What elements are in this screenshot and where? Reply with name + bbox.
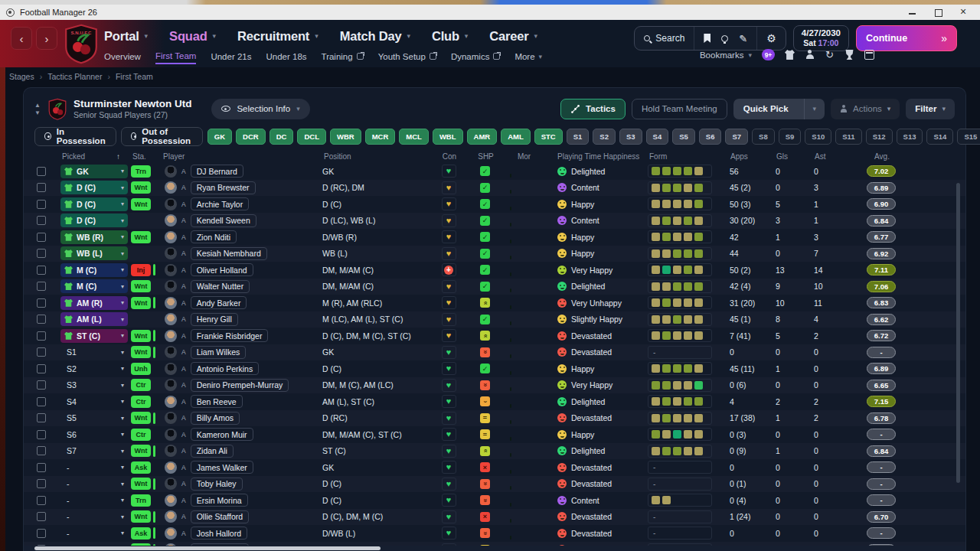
tab-youth-setup[interactable]: Youth Setup [378, 52, 436, 64]
column-header-position[interactable]: Position [322, 152, 433, 161]
squad-kit-icon[interactable] [785, 50, 795, 60]
row-checkbox[interactable] [37, 233, 46, 242]
table-row[interactable]: GK▾TrnADJ BernardGK♥✓Delighted56007.02 [24, 163, 965, 180]
row-checkbox[interactable] [37, 282, 46, 291]
menu-career[interactable]: Career▾ [489, 29, 537, 44]
sub-slot-button-s7[interactable]: S7 [725, 129, 748, 145]
game-date[interactable]: 4/27/2030 Sat 17:00 [793, 25, 849, 51]
player-name[interactable]: Antonio Perkins [191, 362, 260, 375]
breadcrumb-item[interactable]: First Team [116, 72, 153, 81]
row-checkbox[interactable] [37, 200, 46, 209]
row-checkbox[interactable] [37, 413, 46, 422]
position-button-wbl[interactable]: WBL [433, 129, 463, 145]
table-row[interactable]: M (C)▾WntAWalter NutterDM, M/AM (C)♥✓Del… [24, 279, 965, 295]
picked-position-dropdown[interactable]: S2▾ [60, 364, 128, 373]
sync-icon[interactable]: ↻ [825, 50, 835, 60]
position-button-mcr[interactable]: MCR [365, 129, 396, 145]
position-button-amr[interactable]: AMR [467, 129, 498, 145]
row-checkbox[interactable] [37, 298, 46, 308]
status-badge[interactable]: Wnt [131, 478, 151, 490]
column-header-form[interactable]: Form [648, 152, 720, 161]
table-row[interactable]: ST (C)▾WntAFrankie RisbridgerD (C), DM, … [24, 328, 965, 344]
player-name[interactable]: Kameron Muir [191, 428, 253, 441]
status-badge[interactable]: Trn [131, 494, 151, 507]
row-checkbox[interactable] [37, 479, 46, 488]
column-header-gls[interactable]: Gls [766, 152, 805, 161]
sub-slot-button-s13[interactable]: S13 [897, 129, 923, 145]
status-badge[interactable]: Wnt [131, 510, 151, 523]
sub-slot-button-s14[interactable]: S14 [926, 129, 953, 145]
picked-position-dropdown[interactable]: -▾ [60, 463, 128, 472]
player-name[interactable]: Liam Wilkes [191, 346, 247, 359]
club-crest[interactable]: S.N.U.F.C [64, 23, 98, 64]
picked-position-dropdown[interactable]: S5▾ [60, 413, 128, 422]
menu-match-day[interactable]: Match Day▾ [340, 29, 410, 44]
picked-position-dropdown[interactable]: M (C)▾ [60, 279, 128, 293]
status-badge[interactable]: Wnt [131, 198, 151, 210]
table-row[interactable]: M (C)▾InjAOliver HollandDM, M/AM (C)+✓Ve… [24, 262, 965, 279]
menu-squad[interactable]: Squad▾ [169, 29, 216, 44]
picked-position-dropdown[interactable]: GK▾ [60, 165, 128, 178]
row-checkbox[interactable] [37, 463, 46, 472]
player-name[interactable]: Kendell Sween [191, 214, 256, 227]
table-row[interactable]: D (C)▾AKendell SweenD (LC), WB (L)♥✓Cont… [24, 213, 965, 230]
close-button[interactable] [960, 8, 969, 17]
table-row[interactable]: S7▾WntAZidan AliST (C)♥»Delighted0 (9)10… [24, 443, 965, 460]
status-badge[interactable]: Wnt [131, 297, 151, 309]
picked-position-dropdown[interactable]: S3▾ [60, 380, 128, 390]
maximize-button[interactable] [934, 8, 943, 17]
row-checkbox[interactable] [37, 397, 46, 406]
minimize-button[interactable] [908, 8, 917, 17]
tab-overview[interactable]: Overview [104, 52, 141, 64]
competitions-icon[interactable] [844, 50, 854, 60]
picked-position-dropdown[interactable]: S6▾ [60, 430, 128, 439]
picked-position-dropdown[interactable]: D (C)▾ [60, 181, 128, 194]
picked-position-dropdown[interactable]: -▾ [60, 479, 128, 488]
vertical-scrollbar[interactable] [956, 183, 960, 483]
team-subtitle[interactable]: Senior Squad Players (27) [74, 110, 192, 120]
table-row[interactable]: S2▾UnhAAntonio PerkinsD (C)♥✓Happy45 (11… [24, 360, 965, 377]
status-badge[interactable]: Wnt [131, 231, 151, 243]
column-header-con[interactable]: Con [433, 152, 464, 161]
player-name[interactable]: Archie Taylor [191, 197, 250, 210]
quick-pick-dropdown[interactable]: ▾ [804, 99, 825, 119]
player-name[interactable]: Ollie Stafford [191, 510, 250, 523]
row-checkbox[interactable] [37, 512, 46, 521]
player-name[interactable]: Kesiah Nembhard [191, 247, 267, 260]
row-checkbox[interactable] [37, 331, 46, 341]
sub-slot-button-s11[interactable]: S11 [835, 129, 861, 145]
column-header-playing-time-happiness[interactable]: Playing Time Happiness [541, 152, 648, 161]
player-name[interactable]: Ryan Brewster [191, 181, 256, 194]
row-checkbox[interactable] [37, 430, 46, 439]
table-row[interactable]: S3▾CtrADeniro Prempeh-MurrayDM, M (C), A… [24, 377, 965, 394]
position-button-mcl[interactable]: MCL [399, 129, 429, 145]
bookmarks-dropdown[interactable]: Bookmarks ▾ [700, 51, 752, 60]
in-possession-button[interactable]: In Possession [34, 127, 116, 146]
player-name[interactable]: Deniro Prempeh-Murray [191, 379, 289, 392]
table-row[interactable]: -▾AskAJames WalkerGK♥×Devastated-000- [24, 459, 965, 476]
tab-training[interactable]: Training [322, 52, 364, 64]
row-checkbox[interactable] [37, 315, 46, 324]
tab-dynamics[interactable]: Dynamics [451, 52, 500, 64]
sub-slot-button-s4[interactable]: S4 [646, 129, 669, 145]
sub-slot-button-s6[interactable]: S6 [699, 129, 722, 145]
table-row[interactable]: WB (L)▾AKesiah NembhardWB (L)♥✓Happy4407… [24, 246, 965, 262]
status-badge[interactable]: Trn [131, 165, 151, 178]
player-name[interactable]: Zidan Ali [191, 445, 234, 458]
table-row[interactable]: -▾AskAJosh HallordD/WB (L)♥»Devastated-0… [24, 525, 965, 542]
continue-button[interactable]: Continue » [856, 25, 957, 51]
row-checkbox[interactable] [37, 183, 46, 192]
column-header-player[interactable]: Player [162, 152, 322, 161]
player-name[interactable]: Ersin Morina [191, 494, 248, 507]
column-header-shp[interactable]: SHP [464, 152, 506, 161]
status-badge[interactable]: Wnt [131, 412, 151, 424]
position-button-dcl[interactable]: DCL [297, 129, 326, 145]
picked-position-dropdown[interactable]: -▾ [60, 529, 128, 538]
status-badge[interactable]: Unh [131, 363, 151, 375]
picked-position-dropdown[interactable]: -▾ [60, 496, 128, 505]
calendar-icon[interactable] [864, 50, 874, 60]
player-name[interactable]: DJ Bernard [191, 165, 243, 178]
picked-position-dropdown[interactable]: D (C)▾ [60, 197, 128, 211]
menu-portal[interactable]: Portal▾ [104, 29, 148, 44]
position-button-dcr[interactable]: DCR [236, 129, 266, 145]
